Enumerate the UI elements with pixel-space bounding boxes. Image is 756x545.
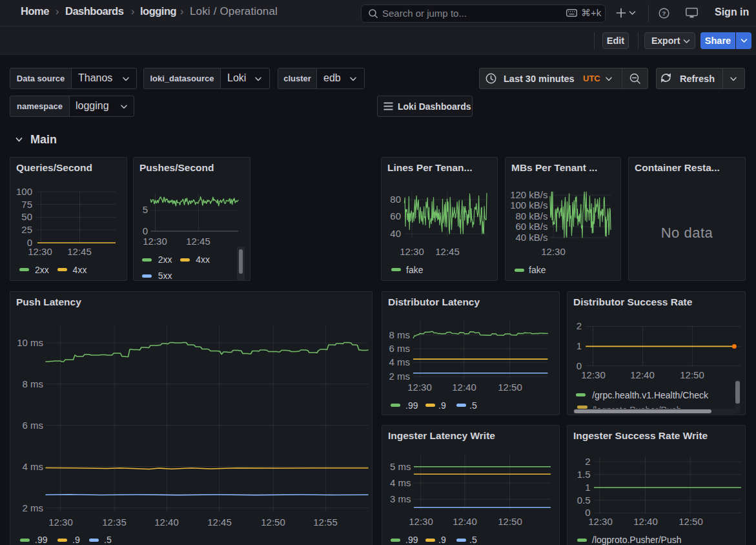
svg-text:?: ? — [662, 10, 666, 17]
